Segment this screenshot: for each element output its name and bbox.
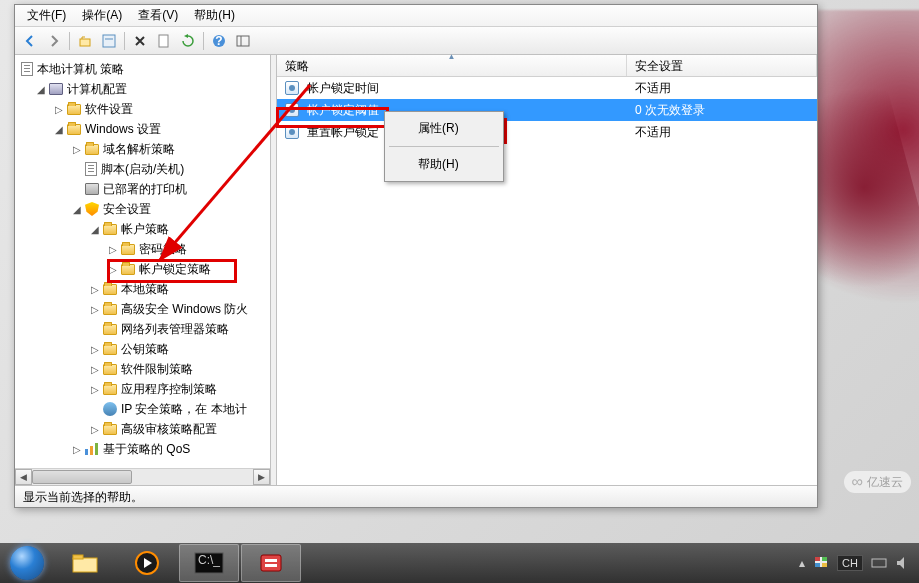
taskbar-explorer[interactable]	[55, 544, 115, 582]
language-indicator[interactable]: CH	[837, 555, 863, 571]
expand-icon[interactable]: ▷	[89, 343, 101, 355]
tree-label: 软件限制策略	[121, 361, 193, 378]
list-row-selected[interactable]: 帐户锁定阈值 0 次无效登录	[277, 99, 817, 121]
tree-software-restriction[interactable]: ▷ 软件限制策略	[17, 359, 268, 379]
tree-qos[interactable]: ▷ 基于策略的 QoS	[17, 439, 268, 459]
expand-icon[interactable]: ▷	[107, 263, 119, 275]
scroll-left-button[interactable]: ◀	[15, 469, 32, 485]
taskbar[interactable]: C:\_ ▴ CH	[0, 543, 919, 583]
collapse-icon[interactable]: ◢	[89, 223, 101, 235]
tree-label: 基于策略的 QoS	[103, 441, 190, 458]
svg-rect-19	[822, 557, 827, 561]
tree-name-resolution[interactable]: ▷ 域名解析策略	[17, 139, 268, 159]
menu-file[interactable]: 文件(F)	[19, 5, 74, 26]
toolbar-separator	[124, 32, 125, 50]
expand-icon[interactable]: ▷	[71, 143, 83, 155]
tree-scripts[interactable]: 脚本(启动/关机)	[17, 159, 268, 179]
column-security-setting[interactable]: 安全设置	[627, 55, 817, 76]
scroll-thumb[interactable]	[32, 470, 132, 484]
tree-account-policies[interactable]: ◢ 帐户策略	[17, 219, 268, 239]
tree-windows-settings[interactable]: ◢ Windows 设置	[17, 119, 268, 139]
svg-text:C:\_: C:\_	[198, 553, 220, 567]
expand-icon[interactable]: ▷	[53, 103, 65, 115]
ctx-properties[interactable]: 属性(R)	[387, 114, 501, 143]
folder-icon	[103, 384, 117, 395]
tree-local-policies[interactable]: ▷ 本地策略	[17, 279, 268, 299]
tree-label: 公钥策略	[121, 341, 169, 358]
forward-button[interactable]	[43, 30, 65, 52]
status-bar: 显示当前选择的帮助。	[15, 485, 817, 507]
ctx-help[interactable]: 帮助(H)	[387, 150, 501, 179]
menu-view[interactable]: 查看(V)	[130, 5, 186, 26]
tree-password-policy[interactable]: ▷ 密码策略	[17, 239, 268, 259]
tray-keyboard-icon[interactable]	[871, 555, 887, 571]
list-row[interactable]: 帐户锁定时间 不适用	[277, 77, 817, 99]
tree-nlm[interactable]: 网络列表管理器策略	[17, 319, 268, 339]
folder-icon	[103, 324, 117, 335]
tree-ip-security[interactable]: IP 安全策略，在 本地计	[17, 399, 268, 419]
help-button[interactable]: ?	[208, 30, 230, 52]
expand-icon[interactable]: ▷	[89, 363, 101, 375]
tree-label: Windows 设置	[85, 121, 161, 138]
show-hide-button[interactable]	[232, 30, 254, 52]
delete-button[interactable]	[129, 30, 151, 52]
taskbar-mmc[interactable]	[241, 544, 301, 582]
list-panel: 策略 安全设置 帐户锁定时间 不适用 帐户锁定阈值 0 次无效登录 重置帐户锁定…	[277, 55, 817, 485]
tree-label: 域名解析策略	[103, 141, 175, 158]
tray-show-hidden-icon[interactable]: ▴	[799, 556, 805, 570]
tree-security-settings[interactable]: ◢ 安全设置	[17, 199, 268, 219]
list-row[interactable]: 重置帐户锁定 不适用	[277, 121, 817, 143]
policy-item-icon	[285, 103, 299, 117]
windows-orb-icon	[10, 546, 44, 580]
tree-root[interactable]: 本地计算机 策略	[17, 59, 268, 79]
expand-icon[interactable]: ▷	[107, 243, 119, 255]
up-button[interactable]	[74, 30, 96, 52]
tree-audit-config[interactable]: ▷ 高级审核策略配置	[17, 419, 268, 439]
tree-printers[interactable]: 已部署的打印机	[17, 179, 268, 199]
expand-icon[interactable]: ▷	[89, 303, 101, 315]
horizontal-scrollbar[interactable]: ◀ ▶	[15, 468, 270, 485]
expand-icon[interactable]: ▷	[89, 383, 101, 395]
tray-volume-icon[interactable]	[895, 555, 911, 571]
tree-label: 密码策略	[139, 241, 187, 258]
menu-help[interactable]: 帮助(H)	[186, 5, 243, 26]
taskbar-media-player[interactable]	[117, 544, 177, 582]
list-cell: 帐户锁定时间	[277, 80, 627, 97]
list-body: 帐户锁定时间 不适用 帐户锁定阈值 0 次无效登录 重置帐户锁定 不适用 属性(…	[277, 77, 817, 485]
toolbar-separator	[69, 32, 70, 50]
scroll-right-button[interactable]: ▶	[253, 469, 270, 485]
system-tray[interactable]: ▴ CH	[791, 543, 919, 583]
ipsec-icon	[103, 402, 117, 416]
tree-lockout-policy[interactable]: ▷ 帐户锁定策略	[17, 259, 268, 279]
column-policy[interactable]: 策略	[277, 55, 627, 76]
folder-icon	[67, 124, 81, 135]
policy-tree[interactable]: 本地计算机 策略 ◢ 计算机配置 ▷ 软件设置 ◢ Windows 设置	[15, 55, 270, 463]
properties-button[interactable]	[98, 30, 120, 52]
tree-app-control[interactable]: ▷ 应用程序控制策略	[17, 379, 268, 399]
export-button[interactable]	[153, 30, 175, 52]
list-cell: 0 次无效登录	[627, 102, 817, 119]
collapse-icon[interactable]: ◢	[71, 203, 83, 215]
svg-rect-3	[159, 35, 168, 47]
taskbar-cmd[interactable]: C:\_	[179, 544, 239, 582]
tree-public-key[interactable]: ▷ 公钥策略	[17, 339, 268, 359]
collapse-icon[interactable]: ◢	[53, 123, 65, 135]
expand-icon[interactable]: ▷	[89, 423, 101, 435]
tree-label: 本地策略	[121, 281, 169, 298]
tray-flag-icon[interactable]	[813, 555, 829, 571]
tree-computer-config[interactable]: ◢ 计算机配置	[17, 79, 268, 99]
start-button[interactable]	[0, 543, 54, 583]
expand-icon[interactable]: ▷	[89, 283, 101, 295]
folder-icon	[103, 284, 117, 295]
tree-panel: 本地计算机 策略 ◢ 计算机配置 ▷ 软件设置 ◢ Windows 设置	[15, 55, 271, 485]
tree-software-settings[interactable]: ▷ 软件设置	[17, 99, 268, 119]
tree-firewall[interactable]: ▷ 高级安全 Windows 防火	[17, 299, 268, 319]
menu-action[interactable]: 操作(A)	[74, 5, 130, 26]
back-button[interactable]	[19, 30, 41, 52]
scroll-track[interactable]	[32, 469, 253, 485]
collapse-icon[interactable]: ◢	[35, 83, 47, 95]
gpedit-window: 文件(F) 操作(A) 查看(V) 帮助(H) ? 本地计算机 策略	[14, 4, 818, 508]
svg-rect-15	[265, 559, 277, 562]
refresh-button[interactable]	[177, 30, 199, 52]
expand-icon[interactable]: ▷	[71, 443, 83, 455]
